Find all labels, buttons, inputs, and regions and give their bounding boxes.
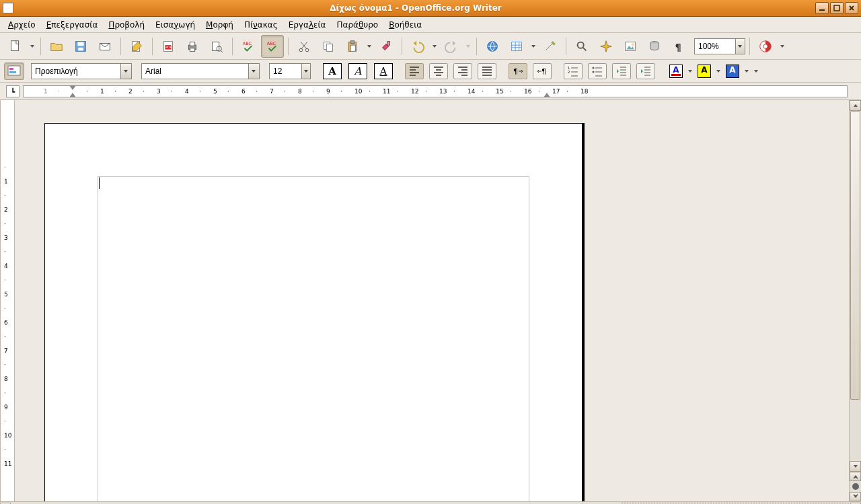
tab-type-selector[interactable]: ┗ <box>6 85 20 97</box>
auto-spellcheck-button[interactable]: ABC <box>261 35 284 58</box>
align-center-button[interactable] <box>429 63 448 79</box>
svg-rect-38 <box>9 68 13 70</box>
svg-rect-25 <box>387 41 390 44</box>
navigation-button[interactable] <box>852 483 859 490</box>
menu-table[interactable]: Πίνακας <box>239 18 283 32</box>
redo-button[interactable] <box>440 35 463 58</box>
ltr-button[interactable]: ¶ <box>509 63 527 79</box>
vertical-scrollbar[interactable] <box>849 100 861 501</box>
next-page-button[interactable] <box>850 492 861 501</box>
nonprinting-chars-button[interactable]: ¶ <box>667 35 690 58</box>
format-paintbrush-button[interactable] <box>375 35 398 58</box>
menu-view[interactable]: Προβολή <box>103 18 150 32</box>
zoom-combo[interactable] <box>694 38 745 54</box>
scroll-down-button[interactable] <box>850 461 861 472</box>
menu-insert[interactable]: Εισαγωγή <box>150 18 200 32</box>
edit-file-button[interactable] <box>125 35 148 58</box>
gallery-button[interactable] <box>619 35 642 58</box>
show-draw-functions-button[interactable] <box>539 35 562 58</box>
paste-button[interactable] <box>341 35 364 58</box>
navigator-button[interactable] <box>595 35 617 58</box>
close-button[interactable] <box>845 2 858 14</box>
svg-text:2: 2 <box>568 70 570 74</box>
align-left-button[interactable] <box>405 63 424 79</box>
export-pdf-button[interactable]: PDF <box>157 35 180 58</box>
find-replace-button[interactable] <box>570 35 593 58</box>
font-color-button[interactable]: A <box>667 63 685 79</box>
document-viewport[interactable] <box>15 100 849 501</box>
font-size-input[interactable] <box>270 64 301 79</box>
underline-button[interactable]: A <box>374 63 393 79</box>
toolbar-overflow[interactable] <box>778 36 786 56</box>
svg-rect-12 <box>190 42 194 46</box>
paste-dropdown[interactable] <box>365 36 373 56</box>
background-color-dropdown[interactable] <box>743 61 751 81</box>
data-sources-button[interactable] <box>643 35 666 58</box>
menu-tools[interactable]: Εργαλεία <box>283 18 332 32</box>
zoom-dropdown[interactable] <box>735 39 745 54</box>
table-button[interactable] <box>505 35 528 58</box>
vertical-ruler[interactable]: 1·2·3·4·5·6·7·8·9·10·11· <box>0 100 15 501</box>
new-dropdown[interactable] <box>28 36 36 56</box>
numbering-button[interactable]: 12 <box>564 63 583 79</box>
menu-edit[interactable]: Επεξεργασία <box>41 18 104 32</box>
spellcheck-button[interactable]: ABC <box>237 35 260 58</box>
font-size-combo[interactable] <box>269 63 311 79</box>
hyperlink-button[interactable] <box>481 35 504 58</box>
font-name-dropdown[interactable] <box>248 64 259 79</box>
menu-help[interactable]: Βοήθεια <box>383 18 427 32</box>
italic-button[interactable]: A <box>348 63 367 79</box>
menu-window[interactable]: Παράθυρο <box>331 18 383 32</box>
print-preview-button[interactable] <box>205 35 228 58</box>
increase-indent-button[interactable] <box>636 63 655 79</box>
email-button[interactable] <box>93 35 116 58</box>
document-page[interactable] <box>44 123 583 501</box>
bold-button[interactable]: A <box>323 63 342 79</box>
open-button[interactable] <box>45 35 68 58</box>
align-justify-button[interactable] <box>478 63 496 79</box>
bullets-button[interactable] <box>588 63 607 79</box>
styles-window-button[interactable] <box>4 62 24 80</box>
save-button[interactable] <box>69 35 92 58</box>
svg-point-32 <box>632 43 634 46</box>
minimize-button[interactable] <box>815 2 829 14</box>
paragraph-style-combo[interactable] <box>31 63 132 79</box>
help-button[interactable] <box>754 35 777 58</box>
text-cursor <box>99 177 100 189</box>
font-name-combo[interactable] <box>141 63 260 79</box>
decrease-indent-button[interactable] <box>612 63 631 79</box>
svg-point-45 <box>593 71 595 73</box>
font-name-input[interactable] <box>142 64 248 79</box>
svg-rect-5 <box>78 47 83 50</box>
previous-page-button[interactable] <box>850 472 861 481</box>
align-right-button[interactable] <box>453 63 472 79</box>
svg-text:¶: ¶ <box>513 67 518 76</box>
svg-text:ABC: ABC <box>267 41 276 46</box>
maximize-button[interactable] <box>830 2 844 14</box>
cut-button[interactable] <box>293 35 315 58</box>
scroll-up-button[interactable] <box>850 100 861 111</box>
highlight-color-button[interactable]: A <box>696 63 713 79</box>
copy-button[interactable] <box>317 35 340 58</box>
table-dropdown[interactable] <box>529 36 537 56</box>
zoom-input[interactable] <box>695 39 735 54</box>
paragraph-style-dropdown[interactable] <box>120 64 131 79</box>
highlight-color-dropdown[interactable] <box>714 61 722 81</box>
menu-file[interactable]: Αρχείο <box>3 18 41 32</box>
font-color-dropdown[interactable] <box>686 61 694 81</box>
horizontal-scrollbar[interactable] <box>0 501 861 504</box>
background-color-button[interactable]: A <box>724 63 741 79</box>
redo-dropdown[interactable] <box>464 36 472 56</box>
undo-dropdown[interactable] <box>430 36 439 56</box>
font-size-dropdown[interactable] <box>301 64 310 79</box>
rtl-button[interactable]: ¶ <box>533 63 552 79</box>
undo-button[interactable] <box>406 35 429 58</box>
svg-point-36 <box>763 44 768 48</box>
horizontal-ruler[interactable]: ┗ 1·1·2·3·4·5·6·7·8·9·10·11·12·13·14·15·… <box>23 85 848 97</box>
print-button[interactable] <box>181 35 204 58</box>
vertical-scroll-thumb[interactable] <box>850 111 860 400</box>
new-document-button[interactable] <box>4 35 27 58</box>
paragraph-style-input[interactable] <box>32 64 120 79</box>
menu-format[interactable]: Μορφή <box>200 18 239 32</box>
formatbar-overflow[interactable] <box>752 61 760 81</box>
